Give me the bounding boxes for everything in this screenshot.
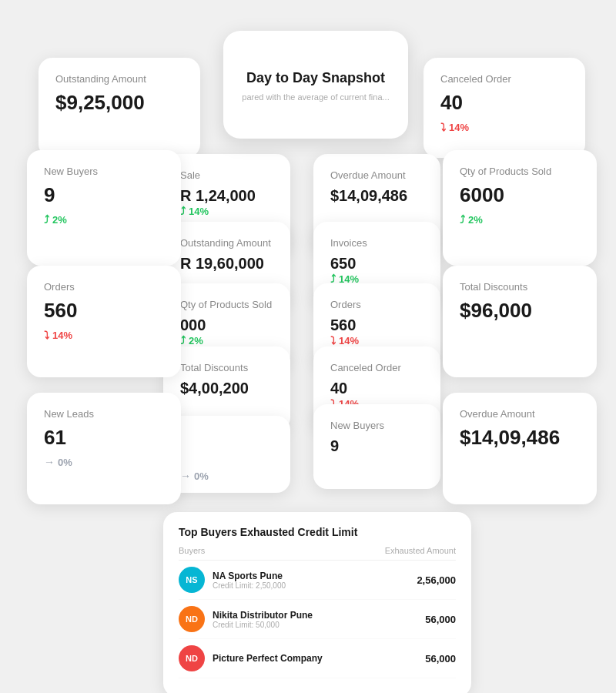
scene: Day to Day Snapshot pared with the avera… — [15, 15, 601, 678]
sale-trend: ⤴ 14% — [180, 205, 273, 217]
qty-products-card: Qty of Products Sold 6000 ⤴ 2% — [443, 150, 597, 266]
qty-mid-label: Qty of Products Sold — [180, 299, 273, 310]
buyer-name: Picture Perfect Company — [213, 653, 323, 664]
exhausted-amount: 56,000 — [425, 653, 456, 665]
new-leads-trend: → 0% — [44, 456, 164, 468]
neutral-mid-card: → 0% — [163, 416, 290, 493]
orders-left-card: Orders 560 ⤵ 14% — [27, 266, 181, 377]
orders-left-trend: ⤵ 14% — [44, 329, 164, 341]
trend-up-icon: ⤴ — [44, 213, 49, 226]
total-disc-mid-value: $4,00,200 — [180, 380, 273, 397]
sale-trend-icon: ⤴ — [180, 205, 186, 217]
buyer-credit: Credit Limit: 2,50,000 — [213, 581, 286, 590]
snapshot-card: Day to Day Snapshot pared with the avera… — [223, 31, 408, 139]
table-row: ND Picture Perfect Company 56,000 — [179, 639, 456, 678]
trend-down-icon: ⤵ — [440, 121, 446, 133]
outstanding-value: $9,25,000 — [55, 91, 183, 115]
buyer-left: ND Nikita Distributor Pune Credit Limit:… — [179, 606, 313, 632]
overdue-mid-value: $14,09,486 — [330, 187, 424, 205]
total-discounts-label: Total Discounts — [460, 281, 580, 293]
invoices-label: Invoices — [330, 237, 424, 249]
table-row: ND Nikita Distributor Pune Credit Limit:… — [179, 600, 456, 639]
new-buyers-bottom-label: New Buyers — [330, 420, 424, 431]
invoices-value: 650 — [330, 255, 424, 273]
orders-mid-trend: ⤵ 14% — [330, 334, 424, 346]
overdue-bottom-value: $14,09,486 — [460, 426, 580, 450]
buyer-name: Nikita Distributor Pune — [213, 610, 313, 621]
new-leads-card: New Leads 61 → 0% — [27, 393, 181, 504]
avatar: ND — [179, 645, 205, 671]
outstanding-label: Outstanding Amount — [55, 73, 183, 85]
orders-left-value: 560 — [44, 299, 164, 323]
new-buyers-main-card: New Buyers 9 ⤴ 2% — [27, 150, 181, 266]
orders-left-trend-icon: ⤵ — [44, 329, 49, 341]
sale-label: Sale — [180, 169, 273, 181]
orders-left-label: Orders — [44, 281, 164, 293]
buyer-left: NS NA Sports Pune Credit Limit: 2,50,000 — [179, 567, 286, 593]
exhausted-amount: 2,56,000 — [417, 574, 456, 586]
buyer-info: Nikita Distributor Pune Credit Limit: 50… — [213, 610, 313, 629]
total-discounts-card: Total Discounts $96,000 — [443, 266, 597, 377]
outstanding-mid-value: R 19,60,000 — [180, 255, 273, 273]
trend-up-icon2: ⤴ — [460, 213, 465, 226]
orders-mid-value: 560 — [330, 316, 424, 334]
neutral-mid-trend: → 0% — [180, 470, 273, 482]
buyer-credit: Credit Limit: 50,000 — [213, 621, 313, 629]
table-row: NS NA Sports Pune Credit Limit: 2,50,000… — [179, 561, 456, 600]
new-buyers-main-value: 9 — [44, 183, 164, 207]
canceled-top-card: Canceled Order 40 ⤵ 14% — [424, 58, 585, 158]
buyer-info: Picture Perfect Company — [213, 653, 323, 664]
col-amount: Exhausted Amount — [385, 546, 456, 555]
outstanding-card: Outstanding Amount $9,25,000 — [38, 58, 200, 158]
qty-mid-trend: ⤴ 2% — [180, 334, 273, 346]
canceled-mid-label: Canceled Order — [330, 362, 424, 373]
snapshot-subtitle: pared with the average of current fina..… — [242, 92, 389, 102]
neutral-mid-trend-icon: → — [180, 470, 191, 482]
canceled-top-trend: ⤵ 14% — [440, 121, 568, 133]
table-card: Top Buyers Exhausted Credit Limit Buyers… — [163, 512, 471, 693]
new-buyers-main-label: New Buyers — [44, 166, 164, 177]
avatar: NS — [179, 567, 205, 593]
table-title: Top Buyers Exhausted Credit Limit — [179, 526, 456, 538]
overdue-bottom-card: Overdue Amount $14,09,486 — [443, 393, 597, 504]
total-disc-mid-label: Total Discounts — [180, 362, 273, 373]
qty-mid-value: 000 — [180, 316, 273, 334]
sale-value: R 1,24,000 — [180, 187, 273, 205]
orders-mid-label: Orders — [330, 299, 424, 310]
outstanding-mid-label: Outstanding Amount — [180, 237, 273, 249]
new-leads-value: 61 — [44, 426, 164, 450]
canceled-mid-value: 40 — [330, 380, 424, 397]
qty-products-value: 6000 — [460, 183, 580, 207]
qty-products-trend: ⤴ 2% — [460, 213, 580, 226]
buyer-info: NA Sports Pune Credit Limit: 2,50,000 — [213, 571, 286, 590]
overdue-mid-label: Overdue Amount — [330, 169, 424, 181]
col-buyers: Buyers — [179, 546, 205, 555]
new-buyers-main-trend: ⤴ 2% — [44, 213, 164, 226]
canceled-top-label: Canceled Order — [440, 73, 568, 85]
new-buyers-bottom-value: 9 — [330, 437, 424, 455]
overdue-bottom-label: Overdue Amount — [460, 408, 580, 420]
snapshot-title: Day to Day Snapshot — [246, 70, 385, 86]
canceled-top-value: 40 — [440, 91, 568, 115]
exhausted-amount: 56,000 — [425, 614, 456, 625]
orders-mid-trend-icon: ⤵ — [330, 334, 336, 346]
table-header: Buyers Exhausted Amount — [179, 546, 456, 561]
new-buyers-bottom-card: New Buyers 9 — [313, 404, 440, 489]
qty-products-label: Qty of Products Sold — [460, 166, 580, 177]
total-discounts-value: $96,000 — [460, 299, 580, 323]
buyer-name: NA Sports Pune — [213, 571, 286, 581]
new-leads-trend-icon: → — [44, 456, 55, 468]
avatar: ND — [179, 606, 205, 632]
buyer-left: ND Picture Perfect Company — [179, 645, 323, 671]
qty-mid-trend-icon: ⤴ — [180, 334, 186, 346]
new-leads-label: New Leads — [44, 408, 164, 420]
